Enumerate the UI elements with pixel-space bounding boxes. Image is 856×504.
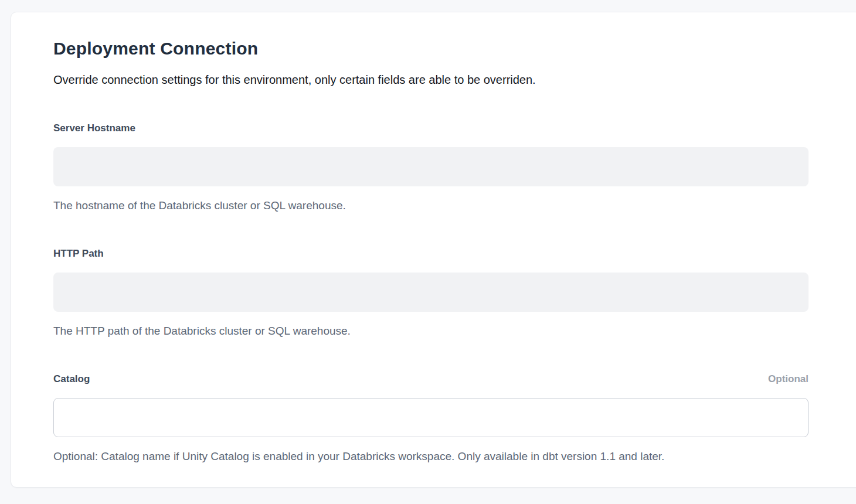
catalog-input[interactable] xyxy=(53,398,809,437)
server-hostname-label: Server Hostname xyxy=(53,122,135,135)
page-title: Deployment Connection xyxy=(53,38,809,59)
deployment-connection-card: Deployment Connection Override connectio… xyxy=(11,12,856,488)
server-hostname-help: The hostname of the Databricks cluster o… xyxy=(53,199,809,213)
catalog-optional-badge: Optional xyxy=(768,373,809,386)
http-path-input xyxy=(53,273,809,312)
http-path-label: HTTP Path xyxy=(53,247,104,260)
field-label-row: Server Hostname xyxy=(53,122,809,135)
catalog-label: Catalog xyxy=(53,373,90,386)
field-label-row: Catalog Optional xyxy=(53,373,809,386)
card-content: Deployment Connection Override connectio… xyxy=(53,12,809,464)
field-http-path: HTTP Path The HTTP path of the Databrick… xyxy=(53,247,809,339)
field-server-hostname: Server Hostname The hostname of the Data… xyxy=(53,122,809,213)
field-catalog: Catalog Optional Optional: Catalog name … xyxy=(53,373,809,464)
page-subtitle: Override connection settings for this en… xyxy=(53,72,809,88)
catalog-help: Optional: Catalog name if Unity Catalog … xyxy=(53,449,809,464)
http-path-help: The HTTP path of the Databricks cluster … xyxy=(53,324,809,339)
field-label-row: HTTP Path xyxy=(53,247,809,260)
server-hostname-input xyxy=(53,147,809,186)
